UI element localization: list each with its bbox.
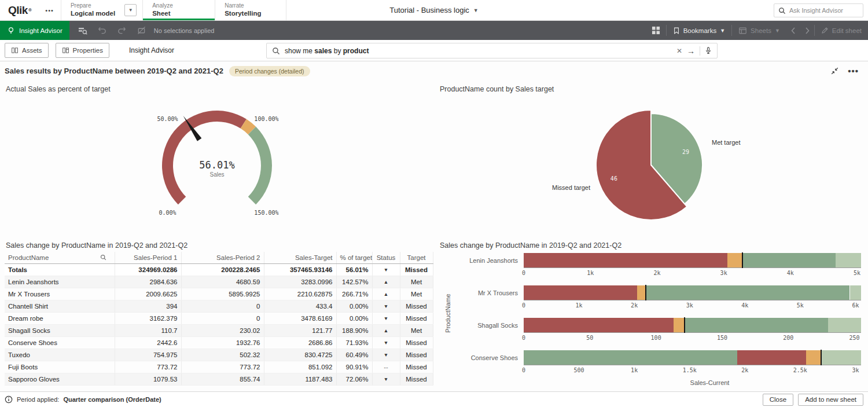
bookmarks-menu[interactable]: Bookmarks ▼ [667,21,731,40]
sheets-menu[interactable]: Sheets ▼ [732,21,786,40]
product-name-cell[interactable]: Tuxedo [5,349,115,361]
value-cell: 3478.6169 [264,312,336,324]
bullet-row[interactable]: Shagall Socks050100150200250 [451,318,868,343]
global-menu-button[interactable]: ••• [38,7,61,14]
period-changes-badge: Period changes (detailed) [229,66,310,76]
ask-insight-advisor-search[interactable]: Ask Insight Advisor [774,3,863,17]
totals-row[interactable]: Totals324969.0286200228.2465357465.93146… [5,263,433,276]
axis-tick-label: 1k [587,270,594,276]
table-card[interactable]: Sales change by ProductName in 2019-Q2 a… [0,237,434,391]
column-header[interactable]: Target [400,252,433,263]
app-navigation-grid-icon[interactable] [646,21,666,40]
column-header[interactable]: Sales-Period 2 [181,252,264,263]
product-name-cell[interactable]: Mr X Trousers [5,288,115,300]
bullet-row[interactable]: Conserve Shoes05001k1.5k2k2.5k3k [451,350,868,375]
column-header[interactable]: ProductName [5,252,115,263]
product-name-cell[interactable]: Chantell Shirt [5,300,115,312]
table-row[interactable]: Lenin Jeanshorts2984.6364680.593283.0996… [5,276,433,288]
column-header[interactable]: Sales-Target [264,252,336,263]
previous-sheet-button[interactable] [786,21,800,40]
pie-chart[interactable]: 29Met target46Missed target [434,96,868,237]
value-cell: 502.32 [181,349,264,361]
bullet-chart-card[interactable]: Sales change by ProductName in 2019-Q2 a… [434,237,868,391]
category-label[interactable]: Mr X Trousers [451,285,524,310]
table-row[interactable]: Conserve Shoes2442.61932.762686.8671.93%… [5,336,433,349]
measure-bar [524,350,737,365]
bullet-chart[interactable]: ProductNameLenin Jeanshorts01k2k3k4k5kMr… [434,252,868,386]
insight-advisor-toggle[interactable]: Insight Advisor [0,21,69,40]
product-name-cell[interactable]: Sapporoo Gloves [5,373,115,385]
bullet-wrap: 01k2k3k4k5k6k [524,285,861,310]
product-name-cell[interactable]: Fuji Boots [5,361,115,373]
tab-prepare-logical-model[interactable]: Prepare Logical model [61,0,124,20]
insight-search-box[interactable]: show me sales by product ✕ → [266,43,718,58]
table-row[interactable]: Chantell Shirt3940433.40.00%▼Missed [5,300,433,312]
value-cell: 773.72 [115,361,181,373]
app-title-dropdown[interactable]: Tutorial - Business logic ▼ [389,0,478,20]
microphone-icon[interactable] [705,46,712,55]
pencil-icon [821,27,829,34]
selections-tool-button[interactable] [73,21,93,40]
insight-advisor-panel-header: Assets Properties Insight Advisor show m… [0,40,868,61]
value-cell: Missed [400,312,433,324]
product-name-cell[interactable]: Lenin Jeanshorts [5,276,115,288]
product-name-cell[interactable]: Conserve Shoes [5,336,115,349]
pie-chart-card[interactable]: ProductName count by Sales target 29Met … [434,80,868,237]
submit-search-icon[interactable]: → [687,46,695,56]
bullet-row[interactable]: Lenin Jeanshorts01k2k3k4k5k [451,253,868,278]
logical-model-dropdown-button[interactable]: ▼ [124,4,137,16]
gauge-chart[interactable]: 0.00%50.00%100.00%150.00%56.01%Sales [0,96,434,237]
column-header[interactable]: Status [372,252,400,263]
value-cell: 90.91% [336,361,372,373]
table-row[interactable]: Sapporoo Gloves1079.53855.741187.48372.0… [5,373,433,385]
product-name-cell[interactable]: Totals [5,263,115,276]
tab-analyze-sheet[interactable]: Analyze Sheet [143,0,215,20]
value-cell: ▲ [372,276,400,288]
bullet-row[interactable]: Mr X Trousers01k2k3k4k5k6k [451,285,868,310]
x-axis: 01k2k3k4k5k [524,268,861,278]
value-cell: 324969.0286 [115,263,181,276]
range-near-target [674,318,685,332]
axis-tick-label: 3k [720,270,727,276]
category-label[interactable]: Lenin Jeanshorts [451,253,524,278]
category-label[interactable]: Shagall Socks [451,318,524,343]
step-forward-icon[interactable] [112,21,132,40]
qlik-logo[interactable]: Qlik® [0,0,38,20]
query-token: sales [314,47,332,55]
axis-tick-label: 150 [717,335,727,341]
value-cell: ▼ [372,300,400,312]
axis-tick-label: 3k [686,302,693,309]
search-input[interactable]: show me sales by product [285,47,672,55]
tab-narrate-storytelling[interactable]: Narrate Storytelling [215,0,286,20]
target-marker [821,350,822,365]
clear-search-icon[interactable]: ✕ [676,47,682,55]
step-back-icon[interactable] [93,21,112,40]
assets-button[interactable]: Assets [5,43,49,58]
product-name-cell[interactable]: Shagall Socks [5,324,115,336]
add-to-new-sheet-button[interactable]: Add to new sheet [798,394,863,406]
properties-button[interactable]: Properties [56,43,109,58]
table-row[interactable]: Shagall Socks110.7230.02121.77188.90%▲Me… [5,324,433,336]
close-button[interactable]: Close [763,394,793,406]
category-label[interactable]: Conserve Shoes [451,350,524,375]
product-name-cell[interactable]: Dream robe [5,312,115,324]
column-header[interactable]: % of target [336,252,372,263]
next-sheet-button[interactable] [800,21,814,40]
clear-selections-icon[interactable] [132,21,152,40]
axis-tick-label: 5k [854,270,860,276]
collapse-icon[interactable] [831,67,838,75]
more-options-icon[interactable]: ••• [848,66,859,76]
edit-sheet-button[interactable]: Edit sheet [815,21,868,40]
table-row[interactable]: Dream robe3162.37903478.61690.00%▼Missed [5,312,433,324]
column-search-icon[interactable] [100,254,106,261]
gauge-chart-card[interactable]: Actual Sales as percent of target 0.00%5… [0,80,434,237]
gauge-segment [248,127,272,204]
bullet-bar [524,253,861,268]
axis-tick-label: 500 [574,367,584,373]
column-header[interactable]: Sales-Period 1 [115,252,181,263]
table-row[interactable]: Fuji Boots773.72773.72851.09290.91%--Mis… [5,361,433,373]
kpi-table[interactable]: ProductNameSales-Period 1Sales-Period 2S… [5,252,433,386]
toolbar-right-group: Bookmarks ▼ Sheets ▼ Edit sheet [646,21,868,40]
table-row[interactable]: Tuxedo754.975502.32830.472560.49%▼Missed [5,349,433,361]
table-row[interactable]: Mr X Trousers2009.66255895.99252210.6287… [5,288,433,300]
